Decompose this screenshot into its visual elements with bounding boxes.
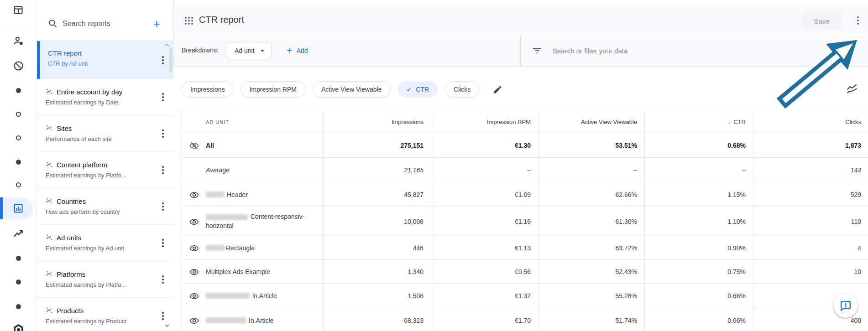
report-title: Ad units [57,234,81,242]
cell-ctr: 0.68% [644,133,753,157]
visibility-icon[interactable] [189,190,199,200]
visibility-icon[interactable] [189,217,199,227]
table-row-content-responsive[interactable]: Content-responsiv-horizontal 10,008 €1.1… [182,207,868,236]
report-subtitle: Estimated earnings by Product [46,318,126,325]
redacted-text [206,317,246,323]
kebab-menu-icon[interactable] [162,275,164,284]
kebab-menu-icon[interactable] [162,56,164,64]
nav-dot-icon[interactable] [0,304,37,309]
report-item-ctr-report[interactable]: CTR report CTR by Ad unit [37,41,174,79]
chip-ctr-selected[interactable]: ✓CTR [398,81,438,98]
auto-report-icon [46,197,53,205]
table-row-in-article-2[interactable]: In.Article 68,323 €1.70 51.74% 0.66% 400 [182,308,868,331]
account-icon[interactable] [0,35,37,47]
cell-impression-rpm: €1.70 [431,308,538,331]
kebab-menu-icon[interactable] [162,166,164,174]
trends-icon[interactable] [0,228,37,240]
cell-impressions: 68,323 [323,308,431,331]
nav-dot-icon[interactable] [0,111,37,117]
visibility-icon[interactable] [189,267,199,277]
column-header-impression-rpm[interactable]: Impression RPM [431,111,538,133]
visibility-icon[interactable] [189,291,199,301]
table-row-header-ad-unit[interactable]: Header 45,827 €1.09 62.66% 1.15% 529 [182,182,868,207]
report-item-sites[interactable]: Sites Performance of each site [37,115,174,152]
settings-icon[interactable] [0,324,37,331]
cell-clicks: 10 [753,260,868,283]
chip-clicks[interactable]: Clicks [445,81,479,98]
auto-report-icon [46,161,53,169]
search-reports-input[interactable] [63,16,145,31]
nav-dot-icon[interactable] [0,159,37,165]
drag-grid-icon[interactable] [184,16,194,26]
chip-impression-rpm[interactable]: Impression RPM [241,81,305,98]
report-item-entire-account-by-day[interactable]: Entire account by day Estimated earnings… [37,79,174,115]
report-subtitle: Performance of each site [46,135,112,142]
nav-rail [0,0,37,331]
cell-active-view-viewable: 63.72% [538,236,644,259]
table-row-multiplex-ads-example[interactable]: Multiplex Ads Example 1,340 €0.56 52.43%… [182,260,868,284]
plus-icon: + [287,46,292,56]
table-row-in-article[interactable]: in.Article 1,508 €1.32 55.28% 0.66% [182,284,868,308]
scroll-up-icon[interactable] [164,43,170,47]
report-item-countries[interactable]: Countries How ads perform by country [37,188,174,225]
column-header-ctr[interactable]: ↓CTR [644,111,753,133]
visibility-icon[interactable] [189,243,199,253]
auto-report-icon [46,234,53,242]
report-subtitle: Estimated earnings by Platfo... [46,172,126,179]
breakdown-dropdown[interactable]: Ad unit [226,42,272,59]
cell-impression-rpm: €1.32 [431,284,538,308]
report-item-content-platform[interactable]: Content platform Estimated earnings by P… [37,152,174,188]
blocking-icon[interactable] [0,60,37,72]
home-layout-icon[interactable] [0,4,37,16]
nav-dot-icon[interactable] [0,135,37,140]
report-item-platforms[interactable]: Platforms Estimated earnings by Platfo..… [37,261,174,298]
nav-dot-icon[interactable] [0,279,37,284]
header-kebab-menu-icon[interactable] [857,16,859,25]
redacted-text [206,214,248,220]
cell-impression-rpm: €1.09 [431,182,538,207]
sidebar-scrollbar[interactable] [169,48,173,72]
column-header-active-view-viewable[interactable]: Active View Viewable [538,111,644,133]
page-title: CTR report [199,15,244,25]
scroll-down-icon[interactable] [164,324,170,327]
table-row-rectangle[interactable]: Rectangle 446 €1.13 63.72% 0.90% 4 [182,236,868,260]
cell-impression-rpm: €1.16 [431,207,538,236]
breakdowns-section: Breakdowns: Ad unit + Add [174,35,520,67]
save-button[interactable]: Save [802,12,842,30]
cell-ctr: 1.15% [644,182,753,207]
feedback-button[interactable] [833,293,858,318]
nav-dot-icon[interactable] [0,182,37,187]
add-report-icon[interactable]: + [153,16,160,31]
chip-active-view-viewable[interactable]: Active View Viewable [313,81,391,98]
kebab-menu-icon[interactable] [162,93,164,101]
visibility-icon[interactable] [189,315,199,326]
data-filter-input[interactable] [553,43,808,58]
visibility-off-icon[interactable] [189,140,199,151]
nav-dot-icon[interactable] [0,255,37,261]
redacted-text [206,245,225,251]
cell-ctr: 0.90% [644,236,753,259]
kebab-menu-icon[interactable] [162,239,164,247]
show-chart-icon[interactable] [846,84,858,96]
filter-icon [533,47,542,55]
report-item-ad-units[interactable]: Ad units Estimated earnings by Ad unit [37,225,174,261]
cell-clicks: 4 [753,236,868,259]
reports-icon[interactable] [0,203,37,214]
chip-impressions[interactable]: Impressions [182,81,233,98]
kebab-menu-icon[interactable] [162,129,164,138]
add-breakdown-button[interactable]: + Add [287,44,308,57]
kebab-menu-icon[interactable] [162,312,164,320]
column-header-impressions[interactable]: Impressions [323,111,431,133]
cell-impressions: 275,151 [323,133,431,157]
nav-dot-icon[interactable] [0,88,37,93]
table-row-all[interactable]: All 275,151 €1.30 53.51% 0.68% 1,873 [182,133,868,158]
selected-indicator [37,41,40,79]
auto-report-icon [46,88,53,96]
column-header-clicks[interactable]: Clicks [753,111,868,133]
report-item-products[interactable]: Products Estimated earnings by Product [37,298,174,331]
row-label: In.Article [249,316,273,325]
kebab-menu-icon[interactable] [162,202,164,211]
column-header-ad-unit[interactable]: AD UNIT [182,111,323,133]
report-title: Products [57,307,84,315]
edit-metrics-icon[interactable] [493,85,502,94]
